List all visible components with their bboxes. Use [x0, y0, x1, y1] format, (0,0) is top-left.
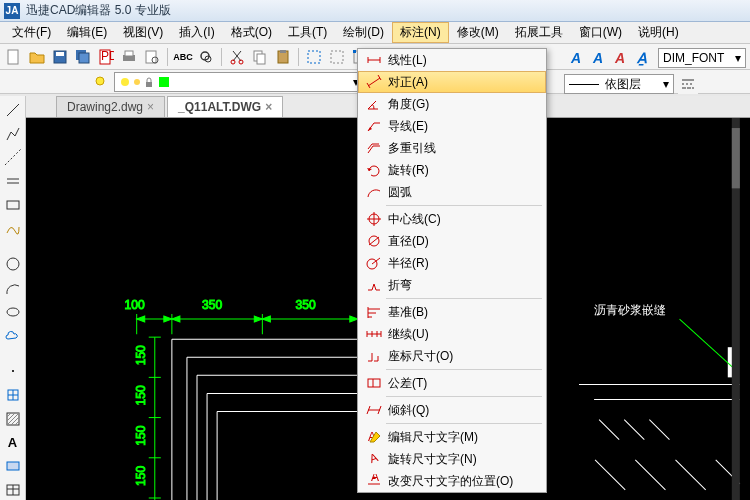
menu-item-diameter[interactable]: 直径(D) [358, 230, 546, 252]
rectangle-tool-icon[interactable] [3, 195, 23, 215]
diameter-icon [364, 233, 384, 249]
menu-separator [386, 298, 542, 299]
menu-item-center[interactable]: 中心线(C) [358, 208, 546, 230]
block-insert-icon[interactable] [3, 385, 23, 405]
layer-combo[interactable]: ▾ [114, 72, 364, 92]
paste-icon[interactable] [273, 47, 293, 67]
text-style-a1-icon[interactable]: A [566, 48, 586, 68]
menu-4[interactable]: 格式(O) [223, 22, 280, 43]
sun-icon [131, 76, 143, 88]
menu-item-label: 圆弧 [388, 184, 412, 201]
menu-8[interactable]: 修改(M) [449, 22, 507, 43]
menu-item-label: 旋转尺寸文字(N) [388, 451, 477, 468]
menu-1[interactable]: 编辑(E) [59, 22, 115, 43]
text-style-a3-icon[interactable]: A [610, 48, 630, 68]
arc-tool-icon[interactable] [3, 278, 23, 298]
menu-3[interactable]: 插入(I) [171, 22, 222, 43]
svg-rect-16 [257, 54, 265, 64]
print-preview-icon[interactable] [142, 47, 162, 67]
polyline-tool-icon[interactable] [3, 124, 23, 144]
bylayer-combo[interactable]: 依图层 ▾ [564, 74, 674, 94]
menu-item-oblique[interactable]: 倾斜(Q) [358, 399, 546, 421]
menu-item-arc[interactable]: 圆弧 [358, 181, 546, 203]
text-style-a4-icon[interactable]: A̱ [632, 48, 652, 68]
menu-item-rotatetext[interactable]: A旋转尺寸文字(N) [358, 448, 546, 470]
menu-6[interactable]: 绘制(D) [335, 22, 392, 43]
tab-close-icon[interactable]: × [265, 100, 272, 114]
menu-item-textedit[interactable]: A编辑尺寸文字(M) [358, 426, 546, 448]
save-all-icon[interactable] [73, 47, 93, 67]
line-tool-icon[interactable] [3, 100, 23, 120]
linetype-manager-icon[interactable] [678, 74, 698, 94]
new-file-icon[interactable] [4, 47, 24, 67]
menu-item-rotate[interactable]: 旋转(R) [358, 159, 546, 181]
menu-item-leader[interactable]: 导线(E) [358, 115, 546, 137]
menu-5[interactable]: 工具(T) [280, 22, 335, 43]
menu-item-mleader[interactable]: 多重引线 [358, 137, 546, 159]
textedit-icon: A [364, 429, 384, 445]
pdf-export-icon[interactable]: PDF [96, 47, 116, 67]
menu-item-ordinate[interactable]: 座标尺寸(O) [358, 345, 546, 367]
multiline-tool-icon[interactable] [3, 171, 23, 191]
hatch-tool-icon[interactable] [3, 409, 23, 429]
menu-item-label: 半径(R) [388, 255, 429, 272]
dim-100: 100 [125, 298, 145, 312]
svg-point-39 [7, 308, 19, 316]
menu-item-linear[interactable]: 线性(L) [358, 49, 546, 71]
menu-item-radius[interactable]: 半径(R) [358, 252, 546, 274]
select-icon[interactable] [304, 47, 324, 67]
point-tool-icon[interactable] [3, 361, 23, 381]
ellipse-tool-icon[interactable] [3, 302, 23, 322]
find-icon[interactable] [196, 47, 216, 67]
left-toolbar: A [0, 96, 26, 500]
menu-10[interactable]: 窗口(W) [571, 22, 630, 43]
text-style-a2-icon[interactable]: A [588, 48, 608, 68]
jog-icon [364, 277, 384, 293]
toolbar-separator [298, 48, 299, 66]
document-tab[interactable]: _Q11ALT.DWG× [167, 96, 283, 117]
svg-rect-37 [7, 201, 19, 209]
bulb-icon [119, 76, 131, 88]
svg-point-28 [134, 79, 140, 85]
document-tab[interactable]: Drawing2.dwg× [56, 96, 165, 117]
menu-item-aligned[interactable]: 对正(A) [358, 71, 546, 93]
region-tool-icon[interactable] [3, 457, 23, 477]
cut-icon[interactable] [227, 47, 247, 67]
menu-item-jog[interactable]: 折弯 [358, 274, 546, 296]
construction-line-icon[interactable] [3, 148, 23, 168]
layer-bulb-icon[interactable] [90, 72, 110, 92]
dim-style-value: DIM_FONT [663, 51, 724, 65]
menu-item-angular[interactable]: 角度(G) [358, 93, 546, 115]
menu-9[interactable]: 拓展工具 [507, 22, 571, 43]
aligned-icon [364, 74, 384, 90]
menu-2[interactable]: 视图(V) [115, 22, 171, 43]
deselect-icon[interactable] [327, 47, 347, 67]
svg-marker-56 [262, 316, 270, 322]
save-icon[interactable] [50, 47, 70, 67]
print-icon[interactable] [119, 47, 139, 67]
tab-close-icon[interactable]: × [147, 100, 154, 114]
copy-icon[interactable] [250, 47, 270, 67]
open-file-icon[interactable] [27, 47, 47, 67]
spell-check-icon[interactable]: ABC [173, 47, 193, 67]
text-tool-icon[interactable]: A [3, 433, 23, 453]
menu-item-baseline[interactable]: 基准(B) [358, 301, 546, 323]
arc-icon [364, 184, 384, 200]
cloud-tool-icon[interactable] [3, 326, 23, 346]
menu-item-tolerance[interactable]: 公差(T) [358, 372, 546, 394]
circle-tool-icon[interactable] [3, 255, 23, 275]
menu-11[interactable]: 说明(H) [630, 22, 687, 43]
svg-rect-29 [146, 82, 152, 87]
app-title: 迅捷CAD编辑器 5.0 专业版 [26, 2, 171, 19]
spline-tool-icon[interactable] [3, 219, 23, 239]
menu-item-reposition[interactable]: A改变尺寸文字的位置(O) [358, 470, 546, 492]
dim-style-combo[interactable]: DIM_FONT ▾ [658, 48, 746, 68]
svg-rect-69 [732, 128, 740, 188]
table-tool-icon[interactable] [3, 480, 23, 500]
svg-line-73 [368, 78, 380, 86]
menu-item-continue[interactable]: 继续(U) [358, 323, 546, 345]
menu-7[interactable]: 标注(N) [392, 22, 449, 43]
menu-item-label: 公差(T) [388, 375, 427, 392]
menu-0[interactable]: 文件(F) [4, 22, 59, 43]
svg-rect-20 [331, 51, 343, 63]
